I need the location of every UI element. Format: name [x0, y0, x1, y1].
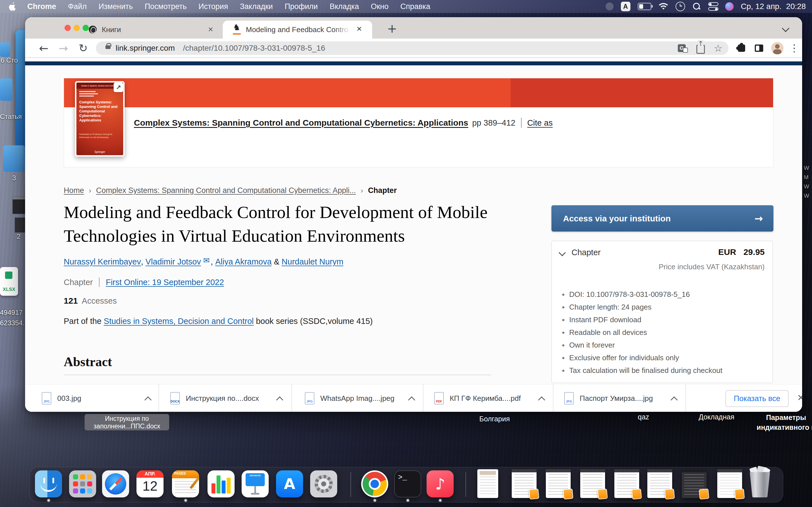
browser-menu-dots-icon[interactable]: ⋮: [788, 39, 801, 57]
selected-file-label[interactable]: Инструкция по заполнени...ППС.docx: [85, 414, 169, 431]
breadcrumb-book-link[interactable]: Complex Systems: Spanning Control and Co…: [96, 186, 356, 195]
tab-close-icon[interactable]: ✕: [356, 25, 362, 33]
menu-item-file[interactable]: Файл: [62, 0, 93, 13]
desktop-file-label[interactable]: Статья: [0, 113, 22, 121]
show-all-downloads-button[interactable]: Показать все: [725, 390, 789, 407]
download-chevron-up-icon[interactable]: [408, 396, 415, 403]
apple-menu-icon[interactable]: [0, 0, 21, 13]
download-item[interactable]: WhatsApp Imag....jpeg: [320, 385, 395, 412]
download-chevron-up-icon[interactable]: [670, 396, 677, 403]
desktop-folder-icon[interactable]: [0, 78, 12, 101]
reload-button[interactable]: ↻: [75, 39, 92, 57]
side-panel-icon[interactable]: [752, 39, 766, 57]
menu-item-bookmarks[interactable]: Закладки: [234, 0, 279, 13]
close-window-button[interactable]: [64, 25, 71, 31]
menu-bar-time[interactable]: 20:28: [786, 2, 806, 11]
dock-minimized-window[interactable]: [682, 469, 707, 498]
desktop-folder-icon[interactable]: [3, 145, 25, 172]
new-tab-button[interactable]: +: [387, 22, 397, 36]
menu-item-help[interactable]: Справка: [395, 0, 436, 13]
menu-item-tab[interactable]: Вкладка: [324, 0, 365, 13]
dock-minimized-window[interactable]: [717, 469, 742, 498]
cite-as-link[interactable]: Cite as: [527, 118, 553, 128]
author-link[interactable]: Nurdaulet Nurym: [282, 257, 343, 267]
dock-terminal-icon[interactable]: >_: [394, 470, 421, 497]
book-title-link[interactable]: Complex Systems: Spanning Control and Co…: [134, 118, 468, 128]
dock-minimized-window[interactable]: [546, 469, 571, 498]
back-button[interactable]: ←: [35, 39, 52, 57]
forward-button[interactable]: →: [55, 39, 72, 57]
dock-minimized-window[interactable]: [647, 469, 672, 498]
menu-item-profiles[interactable]: Профили: [279, 0, 324, 13]
tab-search-chevron-icon[interactable]: [782, 24, 790, 32]
dock-pages-icon[interactable]: PAGES: [172, 470, 199, 497]
menu-bar-date[interactable]: Ср, 12 апр.: [741, 2, 781, 11]
download-chevron-up-icon[interactable]: [144, 396, 151, 403]
desktop-xlsx-file-icon[interactable]: XLSX: [0, 267, 18, 296]
menu-item-edit[interactable]: Изменить: [93, 0, 139, 13]
book-cover[interactable]: Studies in Systems, Decision and Control…: [75, 81, 124, 157]
control-center-icon[interactable]: [708, 2, 718, 11]
chevron-down-icon[interactable]: [559, 249, 566, 256]
dock-safari-icon[interactable]: [102, 470, 129, 497]
dock-settings-icon[interactable]: [310, 470, 337, 497]
first-online-link[interactable]: First Online: 19 September 2022: [106, 278, 224, 287]
dock-trash-icon[interactable]: [748, 470, 772, 497]
menu-item-view[interactable]: Посмотреть: [139, 0, 193, 13]
desktop-image-file-icon[interactable]: [15, 217, 26, 233]
desktop-file-label[interactable]: Параметры индикативного п: [749, 413, 812, 432]
desktop-file-label[interactable]: Болгария: [479, 415, 510, 423]
input-source-icon[interactable]: А: [621, 2, 630, 11]
dock-finder-icon[interactable]: [35, 470, 62, 497]
time-machine-icon[interactable]: [675, 2, 685, 11]
dock-chrome-icon[interactable]: [361, 470, 388, 497]
dock-launchpad-icon[interactable]: [69, 470, 96, 497]
desktop-file-label[interactable]: Докладная: [699, 413, 734, 421]
download-chevron-up-icon[interactable]: [276, 396, 283, 403]
desktop-file-label[interactable]: 3: [3, 174, 25, 182]
desktop-image-file-icon[interactable]: [12, 196, 26, 214]
spotlight-search-icon[interactable]: [693, 2, 701, 11]
access-institution-button[interactable]: Access via your institution →: [552, 205, 773, 231]
download-item[interactable]: КП ГФ Керимба....pdf: [450, 385, 521, 412]
desktop-file-label[interactable]: qaz: [638, 413, 649, 421]
menu-item-history[interactable]: История: [193, 0, 234, 13]
close-downloads-bar-icon[interactable]: ✕: [797, 392, 802, 403]
author-link[interactable]: Aliya Akramova: [215, 257, 271, 267]
breadcrumb-home-link[interactable]: Home: [64, 186, 84, 195]
dock-appstore-icon[interactable]: A: [276, 470, 303, 497]
dock-minimized-window[interactable]: [512, 469, 537, 498]
desktop-file-label[interactable]: 623354...: [0, 319, 28, 327]
minimize-window-button[interactable]: [73, 25, 80, 31]
menu-item-window[interactable]: Окно: [365, 0, 395, 13]
dock-numbers-icon[interactable]: [207, 470, 235, 497]
tab-active-article[interactable]: ♞ Modeling and Feedback Contro ✕: [223, 20, 372, 39]
desktop-file-label[interactable]: 494917: [0, 309, 22, 317]
download-item[interactable]: 003.jpg: [57, 385, 81, 412]
menu-app-name[interactable]: Chrome: [21, 0, 62, 13]
download-item[interactable]: Паспорт Умирза....jpg: [580, 385, 653, 412]
tab-close-icon[interactable]: ✕: [208, 25, 213, 34]
download-chevron-up-icon[interactable]: [538, 396, 545, 403]
siri-icon[interactable]: [725, 2, 733, 11]
desktop-file-label[interactable]: 2: [12, 233, 25, 240]
author-link[interactable]: Vladimir Jotsov: [146, 257, 201, 267]
dock-minimized-window[interactable]: [614, 469, 639, 498]
extensions-puzzle-icon[interactable]: [734, 39, 749, 57]
bookmark-star-icon[interactable]: ☆: [714, 43, 722, 54]
profile-avatar[interactable]: [769, 39, 785, 57]
tab-books[interactable]: Книги ✕: [86, 20, 220, 39]
address-bar[interactable]: link.springer.com /chapter/10.1007/978-3…: [96, 41, 728, 55]
desktop-file-label[interactable]: 6 Сто: [1, 56, 18, 64]
dock-minimized-window[interactable]: [477, 469, 498, 498]
battery-icon[interactable]: [638, 3, 651, 10]
dock-minimized-window[interactable]: [580, 469, 605, 498]
download-item[interactable]: Инструкция по....docx: [186, 385, 259, 412]
dock-music-icon[interactable]: ♪: [426, 470, 454, 497]
dock-calendar-icon[interactable]: АПР. 12: [137, 470, 163, 497]
desktop-folder-icon[interactable]: [0, 42, 10, 57]
dock-keynote-icon[interactable]: KEYNOTE: [242, 470, 269, 497]
wifi-icon[interactable]: [659, 3, 668, 10]
series-link[interactable]: Studies in Systems, Decision and Control: [104, 317, 254, 326]
author-link[interactable]: Nurassyl Kerimbayev: [64, 257, 141, 267]
